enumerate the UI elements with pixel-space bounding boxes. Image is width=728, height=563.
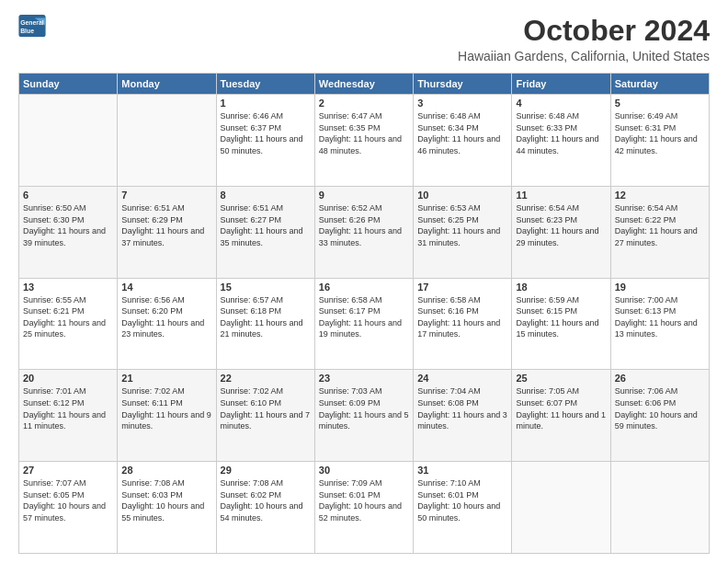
day-number: 21	[121, 373, 211, 384]
day-number: 29	[221, 465, 311, 476]
cell-content: Sunrise: 6:57 AM Sunset: 6:18 PM Dayligh…	[221, 294, 311, 340]
calendar-cell: 3Sunrise: 6:48 AM Sunset: 6:34 PM Daylig…	[414, 95, 512, 187]
day-number: 4	[516, 98, 606, 109]
week-row-4: 20Sunrise: 7:01 AM Sunset: 6:12 PM Dayli…	[19, 370, 710, 462]
cell-content: Sunrise: 7:07 AM Sunset: 6:05 PM Dayligh…	[23, 477, 113, 523]
col-header-wednesday: Wednesday	[314, 74, 413, 95]
cell-content: Sunrise: 6:58 AM Sunset: 6:16 PM Dayligh…	[417, 294, 507, 340]
cell-content: Sunrise: 7:06 AM Sunset: 6:06 PM Dayligh…	[615, 385, 705, 431]
page: General Blue October 2024 Hawaiian Garde…	[0, 0, 728, 563]
header-row: SundayMondayTuesdayWednesdayThursdayFrid…	[19, 74, 710, 95]
cell-content: Sunrise: 6:58 AM Sunset: 6:17 PM Dayligh…	[319, 294, 409, 340]
cell-content: Sunrise: 7:02 AM Sunset: 6:10 PM Dayligh…	[221, 385, 311, 431]
calendar-cell: 10Sunrise: 6:53 AM Sunset: 6:25 PM Dayli…	[414, 186, 512, 278]
day-number: 28	[121, 465, 211, 476]
calendar-cell: 1Sunrise: 6:46 AM Sunset: 6:37 PM Daylig…	[216, 95, 314, 187]
calendar-cell: 5Sunrise: 6:49 AM Sunset: 6:31 PM Daylig…	[610, 95, 709, 187]
title-block: October 2024 Hawaiian Gardens, Californi…	[458, 15, 710, 63]
calendar-cell: 6Sunrise: 6:50 AM Sunset: 6:30 PM Daylig…	[19, 186, 118, 278]
day-number: 7	[121, 190, 211, 201]
day-number: 2	[319, 98, 409, 109]
logo-icon: General Blue	[18, 15, 46, 37]
calendar-cell: 12Sunrise: 6:54 AM Sunset: 6:22 PM Dayli…	[610, 186, 709, 278]
svg-text:General: General	[20, 19, 44, 26]
col-header-friday: Friday	[512, 74, 610, 95]
day-number: 30	[319, 465, 409, 476]
day-number: 10	[417, 190, 507, 201]
cell-content: Sunrise: 7:10 AM Sunset: 6:01 PM Dayligh…	[417, 477, 507, 523]
week-row-1: 1Sunrise: 6:46 AM Sunset: 6:37 PM Daylig…	[19, 95, 710, 187]
svg-text:Blue: Blue	[20, 28, 34, 34]
calendar-cell: 27Sunrise: 7:07 AM Sunset: 6:05 PM Dayli…	[19, 462, 118, 554]
calendar-cell	[19, 95, 118, 187]
cell-content: Sunrise: 7:03 AM Sunset: 6:09 PM Dayligh…	[319, 385, 409, 431]
cell-content: Sunrise: 7:00 AM Sunset: 6:13 PM Dayligh…	[615, 294, 705, 340]
col-header-tuesday: Tuesday	[216, 74, 314, 95]
day-number: 25	[516, 373, 606, 384]
day-number: 31	[417, 465, 507, 476]
day-number: 17	[417, 282, 507, 293]
cell-content: Sunrise: 6:59 AM Sunset: 6:15 PM Dayligh…	[516, 294, 606, 340]
cell-content: Sunrise: 6:46 AM Sunset: 6:37 PM Dayligh…	[221, 110, 311, 156]
week-row-2: 6Sunrise: 6:50 AM Sunset: 6:30 PM Daylig…	[19, 186, 710, 278]
cell-content: Sunrise: 6:52 AM Sunset: 6:26 PM Dayligh…	[319, 202, 409, 248]
col-header-monday: Monday	[118, 74, 216, 95]
cell-content: Sunrise: 7:08 AM Sunset: 6:02 PM Dayligh…	[221, 477, 311, 523]
cell-content: Sunrise: 7:09 AM Sunset: 6:01 PM Dayligh…	[319, 477, 409, 523]
cell-content: Sunrise: 7:08 AM Sunset: 6:03 PM Dayligh…	[121, 477, 211, 523]
day-number: 11	[516, 190, 606, 201]
day-number: 9	[319, 190, 409, 201]
calendar-cell	[512, 462, 610, 554]
calendar-cell: 7Sunrise: 6:51 AM Sunset: 6:29 PM Daylig…	[118, 186, 216, 278]
calendar-cell: 19Sunrise: 7:00 AM Sunset: 6:13 PM Dayli…	[610, 278, 709, 370]
cell-content: Sunrise: 6:54 AM Sunset: 6:23 PM Dayligh…	[516, 202, 606, 248]
cell-content: Sunrise: 6:55 AM Sunset: 6:21 PM Dayligh…	[23, 294, 113, 340]
day-number: 26	[615, 373, 705, 384]
cell-content: Sunrise: 7:04 AM Sunset: 6:08 PM Dayligh…	[417, 385, 507, 431]
subtitle: Hawaiian Gardens, California, United Sta…	[458, 49, 710, 63]
day-number: 13	[23, 282, 113, 293]
calendar-cell: 17Sunrise: 6:58 AM Sunset: 6:16 PM Dayli…	[414, 278, 512, 370]
col-header-thursday: Thursday	[414, 74, 512, 95]
logo: General Blue	[18, 15, 46, 37]
calendar-cell: 15Sunrise: 6:57 AM Sunset: 6:18 PM Dayli…	[216, 278, 314, 370]
cell-content: Sunrise: 6:56 AM Sunset: 6:20 PM Dayligh…	[121, 294, 211, 340]
calendar-table: SundayMondayTuesdayWednesdayThursdayFrid…	[18, 73, 710, 554]
calendar-cell	[610, 462, 709, 554]
calendar-cell: 22Sunrise: 7:02 AM Sunset: 6:10 PM Dayli…	[216, 370, 314, 462]
day-number: 12	[615, 190, 705, 201]
day-number: 1	[221, 98, 311, 109]
calendar-cell: 20Sunrise: 7:01 AM Sunset: 6:12 PM Dayli…	[19, 370, 118, 462]
cell-content: Sunrise: 6:50 AM Sunset: 6:30 PM Dayligh…	[23, 202, 113, 248]
day-number: 8	[221, 190, 311, 201]
calendar-cell: 30Sunrise: 7:09 AM Sunset: 6:01 PM Dayli…	[314, 462, 413, 554]
day-number: 5	[615, 98, 705, 109]
day-number: 16	[319, 282, 409, 293]
cell-content: Sunrise: 7:05 AM Sunset: 6:07 PM Dayligh…	[516, 385, 606, 431]
cell-content: Sunrise: 6:51 AM Sunset: 6:29 PM Dayligh…	[121, 202, 211, 248]
calendar-cell: 21Sunrise: 7:02 AM Sunset: 6:11 PM Dayli…	[118, 370, 216, 462]
cell-content: Sunrise: 6:51 AM Sunset: 6:27 PM Dayligh…	[221, 202, 311, 248]
cell-content: Sunrise: 7:02 AM Sunset: 6:11 PM Dayligh…	[121, 385, 211, 431]
cell-content: Sunrise: 6:47 AM Sunset: 6:35 PM Dayligh…	[319, 110, 409, 156]
day-number: 19	[615, 282, 705, 293]
calendar-cell: 18Sunrise: 6:59 AM Sunset: 6:15 PM Dayli…	[512, 278, 610, 370]
week-row-5: 27Sunrise: 7:07 AM Sunset: 6:05 PM Dayli…	[19, 462, 710, 554]
col-header-saturday: Saturday	[610, 74, 709, 95]
day-number: 27	[23, 465, 113, 476]
main-title: October 2024	[458, 15, 710, 47]
calendar-cell: 8Sunrise: 6:51 AM Sunset: 6:27 PM Daylig…	[216, 186, 314, 278]
calendar-cell: 11Sunrise: 6:54 AM Sunset: 6:23 PM Dayli…	[512, 186, 610, 278]
day-number: 24	[417, 373, 507, 384]
cell-content: Sunrise: 6:49 AM Sunset: 6:31 PM Dayligh…	[615, 110, 705, 156]
day-number: 20	[23, 373, 113, 384]
calendar-cell: 2Sunrise: 6:47 AM Sunset: 6:35 PM Daylig…	[314, 95, 413, 187]
day-number: 18	[516, 282, 606, 293]
calendar-cell: 4Sunrise: 6:48 AM Sunset: 6:33 PM Daylig…	[512, 95, 610, 187]
cell-content: Sunrise: 6:48 AM Sunset: 6:33 PM Dayligh…	[516, 110, 606, 156]
calendar-cell: 23Sunrise: 7:03 AM Sunset: 6:09 PM Dayli…	[314, 370, 413, 462]
calendar-cell: 26Sunrise: 7:06 AM Sunset: 6:06 PM Dayli…	[610, 370, 709, 462]
cell-content: Sunrise: 7:01 AM Sunset: 6:12 PM Dayligh…	[23, 385, 113, 431]
calendar-cell: 9Sunrise: 6:52 AM Sunset: 6:26 PM Daylig…	[314, 186, 413, 278]
day-number: 15	[221, 282, 311, 293]
